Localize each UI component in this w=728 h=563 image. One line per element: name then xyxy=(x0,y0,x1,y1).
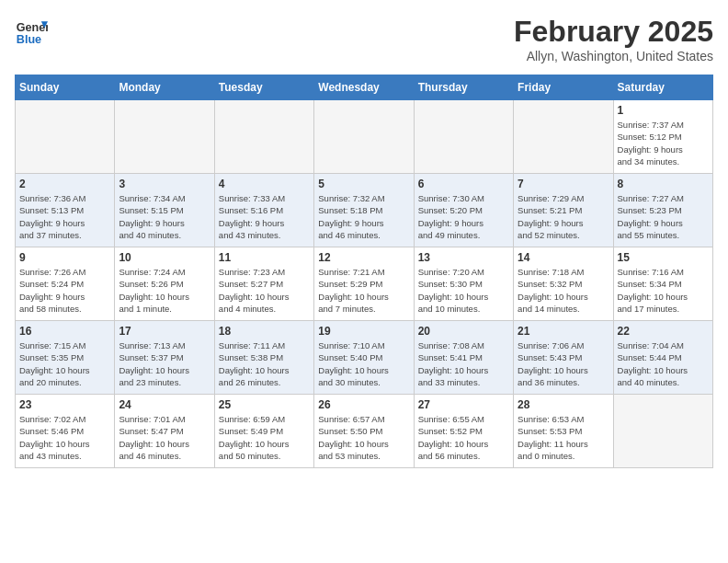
day-info: Sunrise: 7:18 AM Sunset: 5:32 PM Dayligh… xyxy=(518,266,609,315)
day-number: 11 xyxy=(219,251,310,264)
calendar-cell xyxy=(414,100,513,174)
calendar-cell: 22Sunrise: 7:04 AM Sunset: 5:44 PM Dayli… xyxy=(613,321,712,395)
day-info: Sunrise: 7:04 AM Sunset: 5:44 PM Dayligh… xyxy=(618,339,709,388)
header-friday: Friday xyxy=(514,75,613,100)
calendar-cell: 9Sunrise: 7:26 AM Sunset: 5:24 PM Daylig… xyxy=(16,247,115,321)
calendar-cell: 11Sunrise: 7:23 AM Sunset: 5:27 PM Dayli… xyxy=(214,247,313,321)
calendar-cell: 17Sunrise: 7:13 AM Sunset: 5:37 PM Dayli… xyxy=(115,321,214,395)
calendar-cell: 2Sunrise: 7:36 AM Sunset: 5:13 PM Daylig… xyxy=(16,174,115,247)
day-number: 23 xyxy=(19,398,110,411)
day-number: 3 xyxy=(119,178,210,190)
calendar-row: 1Sunrise: 7:37 AM Sunset: 5:12 PM Daylig… xyxy=(16,100,713,174)
calendar-cell: 8Sunrise: 7:27 AM Sunset: 5:23 PM Daylig… xyxy=(613,174,712,247)
calendar-cell: 19Sunrise: 7:10 AM Sunset: 5:40 PM Dayli… xyxy=(314,321,414,395)
calendar-cell: 7Sunrise: 7:29 AM Sunset: 5:21 PM Daylig… xyxy=(514,174,613,247)
day-number: 24 xyxy=(119,398,210,411)
day-info: Sunrise: 7:23 AM Sunset: 5:27 PM Dayligh… xyxy=(219,266,310,315)
day-info: Sunrise: 7:15 AM Sunset: 5:35 PM Dayligh… xyxy=(19,339,110,388)
day-number: 22 xyxy=(618,325,709,338)
calendar-cell: 4Sunrise: 7:33 AM Sunset: 5:16 PM Daylig… xyxy=(214,174,313,247)
calendar-cell: 1Sunrise: 7:37 AM Sunset: 5:12 PM Daylig… xyxy=(613,100,712,174)
logo: General Blue xyxy=(15,15,48,48)
day-number: 7 xyxy=(518,178,609,190)
title-area: February 2025 Allyn, Washington, United … xyxy=(514,15,713,63)
day-info: Sunrise: 7:08 AM Sunset: 5:41 PM Dayligh… xyxy=(418,339,509,388)
day-number: 26 xyxy=(318,398,409,411)
day-number: 15 xyxy=(618,251,709,264)
calendar-cell: 21Sunrise: 7:06 AM Sunset: 5:43 PM Dayli… xyxy=(514,321,613,395)
day-number: 1 xyxy=(618,104,709,117)
logo-icon: General Blue xyxy=(15,15,48,48)
day-info: Sunrise: 7:34 AM Sunset: 5:15 PM Dayligh… xyxy=(119,192,210,241)
calendar-row: 2Sunrise: 7:36 AM Sunset: 5:13 PM Daylig… xyxy=(16,174,713,247)
day-number: 13 xyxy=(418,251,509,264)
calendar-table: SundayMondayTuesdayWednesdayThursdayFrid… xyxy=(15,75,713,468)
day-number: 17 xyxy=(119,325,210,338)
day-number: 2 xyxy=(19,178,110,190)
day-info: Sunrise: 7:01 AM Sunset: 5:47 PM Dayligh… xyxy=(119,413,210,462)
day-info: Sunrise: 7:26 AM Sunset: 5:24 PM Dayligh… xyxy=(19,266,110,315)
day-info: Sunrise: 7:06 AM Sunset: 5:43 PM Dayligh… xyxy=(518,339,609,388)
header-thursday: Thursday xyxy=(414,75,513,100)
day-info: Sunrise: 7:36 AM Sunset: 5:13 PM Dayligh… xyxy=(19,192,110,241)
day-number: 9 xyxy=(19,251,110,264)
header-saturday: Saturday xyxy=(613,75,712,100)
calendar-cell: 23Sunrise: 7:02 AM Sunset: 5:46 PM Dayli… xyxy=(16,395,115,468)
day-info: Sunrise: 7:32 AM Sunset: 5:18 PM Dayligh… xyxy=(318,192,409,241)
header-wednesday: Wednesday xyxy=(314,75,414,100)
calendar-cell: 6Sunrise: 7:30 AM Sunset: 5:20 PM Daylig… xyxy=(414,174,513,247)
day-number: 12 xyxy=(318,251,409,264)
calendar-cell xyxy=(314,100,414,174)
calendar-cell: 15Sunrise: 7:16 AM Sunset: 5:34 PM Dayli… xyxy=(613,247,712,321)
day-number: 10 xyxy=(119,251,210,264)
calendar-cell: 10Sunrise: 7:24 AM Sunset: 5:26 PM Dayli… xyxy=(115,247,214,321)
calendar-cell: 14Sunrise: 7:18 AM Sunset: 5:32 PM Dayli… xyxy=(514,247,613,321)
day-number: 27 xyxy=(418,398,509,411)
day-info: Sunrise: 7:20 AM Sunset: 5:30 PM Dayligh… xyxy=(418,266,509,315)
calendar-cell: 13Sunrise: 7:20 AM Sunset: 5:30 PM Dayli… xyxy=(414,247,513,321)
day-number: 28 xyxy=(518,398,609,411)
header-tuesday: Tuesday xyxy=(214,75,313,100)
calendar-cell xyxy=(214,100,313,174)
day-info: Sunrise: 7:16 AM Sunset: 5:34 PM Dayligh… xyxy=(618,266,709,315)
calendar-cell xyxy=(16,100,115,174)
calendar-cell: 12Sunrise: 7:21 AM Sunset: 5:29 PM Dayli… xyxy=(314,247,414,321)
calendar-cell: 25Sunrise: 6:59 AM Sunset: 5:49 PM Dayli… xyxy=(214,395,313,468)
day-info: Sunrise: 7:27 AM Sunset: 5:23 PM Dayligh… xyxy=(618,192,709,241)
header-row: SundayMondayTuesdayWednesdayThursdayFrid… xyxy=(16,75,713,100)
calendar-row: 9Sunrise: 7:26 AM Sunset: 5:24 PM Daylig… xyxy=(16,247,713,321)
calendar-cell: 27Sunrise: 6:55 AM Sunset: 5:52 PM Dayli… xyxy=(414,395,513,468)
day-info: Sunrise: 7:13 AM Sunset: 5:37 PM Dayligh… xyxy=(119,339,210,388)
day-info: Sunrise: 7:37 AM Sunset: 5:12 PM Dayligh… xyxy=(618,119,709,167)
day-info: Sunrise: 7:33 AM Sunset: 5:16 PM Dayligh… xyxy=(219,192,310,241)
day-info: Sunrise: 6:59 AM Sunset: 5:49 PM Dayligh… xyxy=(219,413,310,462)
day-info: Sunrise: 7:02 AM Sunset: 5:46 PM Dayligh… xyxy=(19,413,110,462)
page-header: General Blue February 2025 Allyn, Washin… xyxy=(15,15,713,63)
day-info: Sunrise: 7:21 AM Sunset: 5:29 PM Dayligh… xyxy=(318,266,409,315)
day-number: 6 xyxy=(418,178,509,190)
calendar-title: February 2025 xyxy=(514,15,713,49)
calendar-cell xyxy=(115,100,214,174)
day-number: 8 xyxy=(618,178,709,190)
calendar-cell: 5Sunrise: 7:32 AM Sunset: 5:18 PM Daylig… xyxy=(314,174,414,247)
day-info: Sunrise: 6:57 AM Sunset: 5:50 PM Dayligh… xyxy=(318,413,409,462)
calendar-cell xyxy=(613,395,712,468)
calendar-row: 23Sunrise: 7:02 AM Sunset: 5:46 PM Dayli… xyxy=(16,395,713,468)
calendar-cell: 3Sunrise: 7:34 AM Sunset: 5:15 PM Daylig… xyxy=(115,174,214,247)
day-number: 16 xyxy=(19,325,110,338)
calendar-cell xyxy=(514,100,613,174)
day-info: Sunrise: 7:30 AM Sunset: 5:20 PM Dayligh… xyxy=(418,192,509,241)
day-number: 18 xyxy=(219,325,310,338)
calendar-row: 16Sunrise: 7:15 AM Sunset: 5:35 PM Dayli… xyxy=(16,321,713,395)
calendar-cell: 16Sunrise: 7:15 AM Sunset: 5:35 PM Dayli… xyxy=(16,321,115,395)
day-info: Sunrise: 6:53 AM Sunset: 5:53 PM Dayligh… xyxy=(518,413,609,462)
calendar-cell: 26Sunrise: 6:57 AM Sunset: 5:50 PM Dayli… xyxy=(314,395,414,468)
calendar-cell: 24Sunrise: 7:01 AM Sunset: 5:47 PM Dayli… xyxy=(115,395,214,468)
day-info: Sunrise: 7:24 AM Sunset: 5:26 PM Dayligh… xyxy=(119,266,210,315)
header-sunday: Sunday xyxy=(16,75,115,100)
day-number: 20 xyxy=(418,325,509,338)
day-number: 19 xyxy=(318,325,409,338)
day-number: 5 xyxy=(318,178,409,190)
day-info: Sunrise: 7:10 AM Sunset: 5:40 PM Dayligh… xyxy=(318,339,409,388)
day-number: 25 xyxy=(219,398,310,411)
